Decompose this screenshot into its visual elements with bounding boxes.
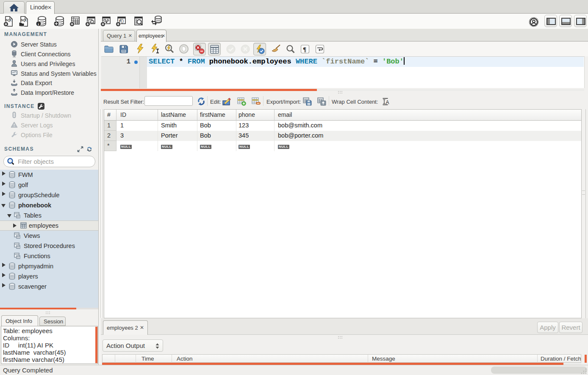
svg-text:SQL: SQL (21, 19, 28, 22)
svg-text:A: A (386, 99, 389, 105)
svg-text:¶: ¶ (303, 46, 306, 53)
svg-text:SQL: SQL (6, 19, 12, 22)
svg-text:(): () (121, 18, 124, 23)
